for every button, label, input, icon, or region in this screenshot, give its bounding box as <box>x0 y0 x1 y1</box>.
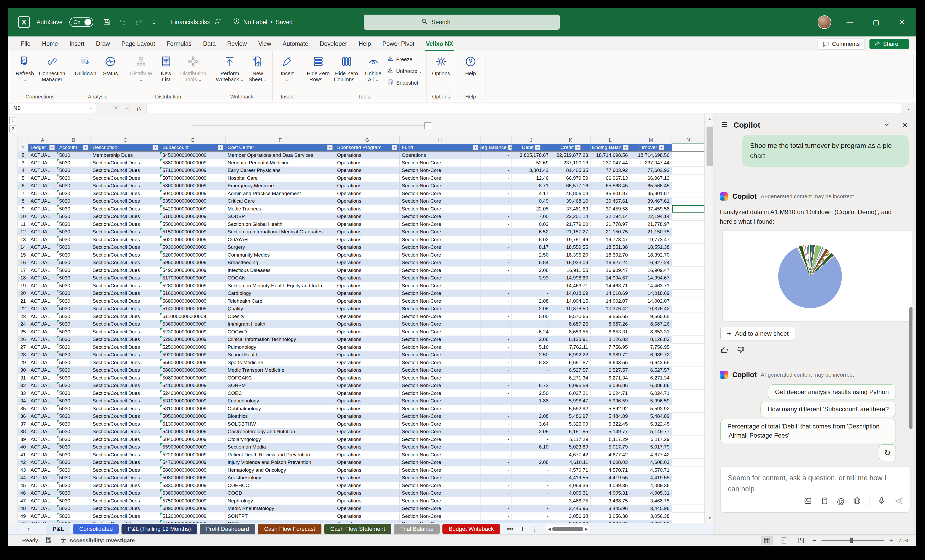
cell[interactable]: Clinical Information Technology <box>226 336 335 344</box>
cell[interactable]: 5250000000000009 <box>160 343 226 351</box>
column-header-I[interactable]: I <box>481 136 512 144</box>
name-box[interactable]: N9 ⌄ <box>10 103 96 113</box>
cell[interactable]: ACTUAL <box>29 190 57 197</box>
cell[interactable]: Operations <box>335 251 400 259</box>
cell[interactable]: 5030 <box>57 328 90 336</box>
cell[interactable]: COCAN <box>226 274 335 282</box>
cell[interactable]: 5300000000000009 <box>160 182 226 190</box>
connection-manager-button[interactable]: ConnectionManager <box>37 54 67 83</box>
row-header-23[interactable]: 23 <box>18 312 29 320</box>
cell[interactable]: 18,551.38 <box>591 243 630 251</box>
row-header-36[interactable]: 36 <box>18 413 29 420</box>
cell[interactable]: Section Non-Core <box>400 443 481 451</box>
cell[interactable]: Section/Council Dues <box>90 435 160 443</box>
cell[interactable]: 2,987.99 <box>591 520 630 523</box>
sheet-tab-profit-dashboard[interactable]: Profit Dashboard <box>200 524 255 534</box>
cell[interactable]: ACTUAL <box>29 259 57 267</box>
cell[interactable]: 5030 <box>57 474 90 482</box>
cell[interactable]: Section Non-Core <box>400 266 481 274</box>
cell[interactable]: - <box>512 374 551 382</box>
cell[interactable]: ACTUAL <box>29 451 57 459</box>
cell[interactable] <box>672 512 705 520</box>
cell[interactable]: 5030 <box>57 312 90 320</box>
column-header-K[interactable]: K <box>551 136 591 144</box>
sensitivity-shield-icon[interactable] <box>233 18 240 27</box>
scroll-left-icon[interactable]: ◀ <box>548 527 551 531</box>
cell[interactable] <box>672 428 705 436</box>
cell[interactable]: Section/Council Dues <box>90 405 160 413</box>
filter-icon[interactable]: ▼ <box>623 145 628 150</box>
outline-level-1-button[interactable]: 1 <box>9 117 16 124</box>
cell[interactable]: ACTUAL <box>29 474 57 482</box>
cell[interactable]: Section Non-Core <box>400 167 481 174</box>
cell[interactable]: Section Non-Core <box>400 435 481 443</box>
cell[interactable]: Neonatal Perinatal Medicine <box>226 159 335 167</box>
cell[interactable]: ACTUAL <box>29 497 57 505</box>
cell[interactable]: ACTUAL <box>29 512 57 520</box>
cell[interactable] <box>672 482 705 489</box>
cell[interactable]: 4,419.55 <box>591 474 630 482</box>
suggestion-chip[interactable]: Percentage of total 'Debit' that comes f… <box>720 419 896 443</box>
cell[interactable]: Section/Council Dues <box>90 290 160 297</box>
cell[interactable]: - <box>512 282 551 290</box>
cell[interactable]: 65,568.45 <box>630 182 672 190</box>
cell[interactable]: 6,527.57 <box>591 366 630 374</box>
cell[interactable] <box>672 266 705 274</box>
row-header-49[interactable]: 49 <box>18 512 29 520</box>
row-header-19[interactable]: 19 <box>18 282 29 290</box>
cell[interactable]: 5800000000000009 <box>160 466 226 474</box>
cell[interactable]: Section on Minority Health Equity and In… <box>226 282 335 290</box>
cell[interactable]: 5,592.92 <box>551 405 591 413</box>
cell[interactable] <box>672 397 705 405</box>
cell[interactable]: Bioethics <box>226 413 335 420</box>
cell[interactable]: 6,024.71 <box>591 389 630 397</box>
cell[interactable] <box>672 190 705 197</box>
sheet-tab-trial-balance[interactable]: Trial Balance <box>394 524 440 534</box>
cell[interactable]: Operations <box>335 497 400 505</box>
cell[interactable]: 5890000000000009 <box>160 505 226 513</box>
cell[interactable]: 3,445.96 <box>591 505 630 513</box>
row-header-48[interactable]: 48 <box>18 505 29 513</box>
sheet-menu-icon[interactable]: ⋮ <box>532 525 538 533</box>
cell[interactable]: 6.52 <box>512 228 551 236</box>
cell[interactable]: Section/Council Dues <box>90 320 160 328</box>
cell[interactable]: Operations <box>335 413 400 420</box>
cell[interactable]: 37,459.58 <box>630 205 672 213</box>
cell[interactable]: 5020000000000009 <box>160 236 226 243</box>
cell[interactable]: 5,023.89 <box>551 443 591 451</box>
cell[interactable]: - <box>512 466 551 474</box>
cell[interactable]: Section/Council Dues <box>90 328 160 336</box>
cell[interactable]: 5030 <box>57 382 90 390</box>
unhide-all-button[interactable]: UnhideAll ⌄ <box>362 54 385 83</box>
filter-icon[interactable]: ▼ <box>535 145 541 150</box>
cell[interactable]: 14,463.71 <box>551 282 591 290</box>
cell[interactable]: 5500000000000009 <box>160 220 226 228</box>
cell[interactable]: 6,027.21 <box>551 389 591 397</box>
new-sheet-button[interactable]: NewSheet ⌄ <box>246 54 270 83</box>
cell[interactable]: ACTUAL <box>29 520 57 523</box>
cell[interactable]: 5,592.92 <box>591 405 630 413</box>
cell[interactable]: Operations <box>335 312 400 320</box>
comments-button[interactable]: Comments <box>818 39 865 50</box>
filter-icon[interactable]: ▼ <box>327 145 333 150</box>
cell[interactable]: 8,653.31 <box>630 328 672 336</box>
ribbon-tab-formulas[interactable]: Formulas <box>161 36 197 51</box>
cell[interactable]: Section Non-Core <box>400 205 481 213</box>
regenerate-suggestions-button[interactable]: ↻ <box>879 444 896 461</box>
row-header-12[interactable]: 12 <box>18 228 29 236</box>
thumbs-up-icon[interactable] <box>720 345 729 355</box>
row-header-47[interactable]: 47 <box>18 497 29 505</box>
cell[interactable]: Section Non-Core <box>400 351 481 359</box>
cell[interactable]: Section Non-Core <box>400 505 481 513</box>
cell[interactable]: Section/Council Dues <box>90 228 160 236</box>
cell[interactable]: COCWD <box>226 328 335 336</box>
cell[interactable]: 5220000000000009 <box>160 451 226 459</box>
cell[interactable]: 3,801.43 <box>512 167 551 174</box>
cell[interactable]: - <box>481 305 512 313</box>
ribbon-tab-home[interactable]: Home <box>36 36 63 51</box>
cell[interactable]: 21,150.75 <box>591 228 630 236</box>
filter-icon[interactable]: ▼ <box>49 145 55 150</box>
select-all-corner[interactable] <box>18 136 29 144</box>
cell[interactable]: Operations <box>335 259 400 267</box>
cell[interactable]: 5,017.79 <box>630 443 672 451</box>
